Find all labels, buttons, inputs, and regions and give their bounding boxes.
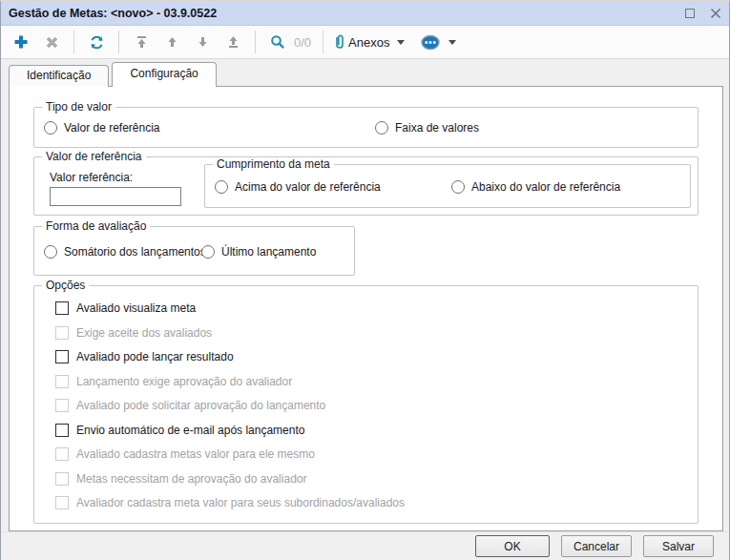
move-up-button[interactable] (159, 30, 184, 54)
option-checkbox-row[interactable]: Envio automático de e-mail após lançamen… (55, 424, 304, 437)
group-cumprimento-da-meta: Cumprimento da meta Acima do valor de re… (204, 164, 691, 208)
toolbar-separator (323, 31, 323, 53)
refresh-icon (89, 34, 105, 51)
option-checkbox-row: Lançamento exige aprovação do avaliador (55, 375, 292, 388)
option-checkbox-row: Avaliado pode solicitar aprovação do lan… (55, 399, 325, 412)
radio-label: Somátorio dos lançamentos (64, 245, 206, 259)
checkbox-label: Lançamento exige aprovação do avaliador (76, 375, 292, 388)
valor-referencia-input[interactable] (50, 187, 181, 206)
radio-abaixo-do-valor[interactable]: Abaixo do valor de referência (451, 180, 620, 194)
toolbar-separator (118, 31, 119, 53)
save-button[interactable]: Salvar (643, 535, 714, 557)
toolbar-separator (73, 31, 74, 53)
checkbox-icon (55, 399, 69, 412)
radio-icon (201, 245, 215, 259)
search-button[interactable] (265, 30, 290, 54)
option-checkbox-row: Exige aceite dos avaliados (55, 326, 212, 340)
radio-icon (44, 121, 57, 135)
add-button[interactable] (9, 30, 33, 54)
checkbox-label: Exige aceite dos avaliados (76, 326, 212, 340)
toolbar-separator (255, 31, 256, 53)
tab-label: Identificação (27, 69, 91, 82)
radio-icon (215, 180, 228, 194)
radio-label: Último lançamento (221, 245, 316, 259)
arrow-first-icon (135, 34, 149, 50)
checkbox-icon (55, 496, 69, 509)
checkbox-label: Avaliado pode lançar resultado (76, 350, 234, 363)
maximize-button[interactable] (683, 8, 696, 20)
radio-icon (375, 121, 388, 135)
checkbox-label: Avaliado cadastra metas valor para ele m… (76, 447, 315, 461)
checkbox-icon (55, 472, 69, 486)
radio-somatorio-lancamentos[interactable]: Somátorio dos lançamentos (44, 245, 206, 259)
arrow-last-icon (226, 34, 240, 50)
option-checkbox-row[interactable]: Avaliado visualiza meta (55, 301, 196, 315)
group-title: Opções (42, 279, 89, 292)
title-bar: Gestão de Metas: <novo> - 03.9.0522 (1, 2, 729, 26)
radio-acima-do-valor[interactable]: Acima do valor de referência (215, 180, 381, 194)
printer-icon (420, 34, 441, 51)
checkbox-label: Envio automático de e-mail após lançamen… (76, 424, 304, 437)
print-button[interactable] (420, 34, 460, 51)
delete-x-icon (45, 35, 59, 50)
radio-ultimo-lancamento[interactable]: Último lançamento (201, 245, 316, 259)
close-button[interactable] (709, 8, 721, 20)
arrow-down-icon (196, 34, 210, 50)
record-counter: 0/0 (294, 35, 311, 50)
radio-label: Valor de referência (64, 121, 160, 135)
option-checkbox-row[interactable]: Avaliado pode lançar resultado (55, 350, 234, 363)
tab-identificacao[interactable]: Identificação (9, 65, 109, 87)
search-icon (270, 34, 285, 50)
checkbox-icon (55, 447, 69, 461)
footer-bar: OK Cancelar Salvar (1, 531, 729, 560)
checkbox-label: Avaliado visualiza meta (76, 301, 196, 315)
window-title: Gestão de Metas: <novo> - 03.9.0522 (9, 7, 217, 20)
tab-configuracao[interactable]: Configuração (112, 62, 216, 87)
radio-icon (451, 180, 465, 194)
option-checkbox-row: Avaliador cadastra meta valor para seus … (55, 496, 405, 509)
radio-faixa-de-valores[interactable]: Faixa de valores (375, 121, 479, 135)
close-icon (710, 8, 721, 19)
refresh-button[interactable] (84, 30, 109, 54)
cancel-button[interactable]: Cancelar (561, 535, 632, 557)
group-forma-de-avaliacao: Forma de avaliação Somátorio dos lançame… (33, 226, 355, 276)
ok-button[interactable]: OK (475, 535, 550, 557)
group-title: Cumprimento da meta (213, 157, 334, 171)
radio-label: Faixa de valores (395, 121, 479, 135)
checkbox-icon (55, 375, 69, 388)
option-checkbox-row: Metas necessitam de aprovação do avaliad… (55, 472, 306, 486)
chevron-down-icon (448, 40, 456, 45)
paperclip-icon (333, 33, 346, 51)
group-valor-de-referencia: Valor de referência Valor referência: Cu… (33, 156, 699, 216)
anexos-button[interactable]: Anexos (333, 33, 408, 51)
group-title: Tipo de valor (42, 100, 115, 114)
option-checkbox-row: Avaliado cadastra metas valor para ele m… (55, 447, 315, 461)
group-title: Forma de avaliação (42, 219, 150, 233)
checkbox-label: Metas necessitam de aprovação do avaliad… (76, 472, 306, 486)
checkbox-label: Avaliador cadastra meta valor para seus … (76, 496, 405, 509)
delete-button[interactable] (39, 30, 64, 54)
checkbox-icon (55, 350, 69, 363)
move-last-button[interactable] (220, 30, 245, 54)
radio-icon (44, 245, 57, 259)
tab-label: Configuração (130, 67, 198, 80)
radio-label: Acima do valor de referência (235, 180, 381, 194)
group-opcoes: Opções Avaliado visualiza metaExige acei… (33, 285, 699, 524)
checkbox-label: Avaliado pode solicitar aprovação do lan… (76, 399, 325, 412)
radio-label: Abaixo do valor de referência (471, 180, 620, 194)
checkbox-icon (55, 424, 69, 437)
move-first-button[interactable] (129, 30, 154, 54)
checkbox-icon (55, 326, 69, 340)
plus-icon (13, 34, 29, 50)
radio-valor-de-referencia[interactable]: Valor de referência (44, 121, 160, 135)
group-title: Valor de referência (42, 150, 146, 163)
checkbox-icon (55, 301, 69, 315)
maximize-icon (685, 9, 695, 18)
arrow-up-icon (165, 34, 179, 50)
group-tipo-de-valor: Tipo de valor Valor de referência Faixa … (33, 107, 699, 148)
anexos-label: Anexos (348, 35, 389, 50)
toolbar: 0/0 Anexos (1, 26, 729, 59)
move-down-button[interactable] (190, 30, 215, 54)
dialog-window: Gestão de Metas: <novo> - 03.9.0522 (0, 0, 730, 560)
valor-referencia-label: Valor referência: (50, 171, 133, 184)
